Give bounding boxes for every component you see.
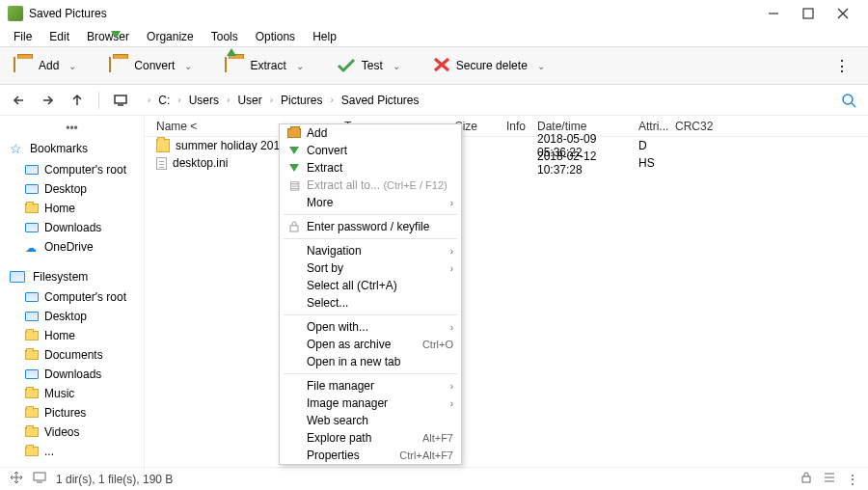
chevron-down-icon: ⌄ — [296, 61, 304, 71]
menu-organize[interactable]: Organize — [139, 28, 202, 45]
sidebar-fs-more[interactable]: ... — [0, 442, 144, 461]
ctx-enter-password[interactable]: Enter password / keyfile — [280, 218, 461, 235]
folder-icon — [156, 139, 170, 152]
ctx-open-as-archive[interactable]: Open as archiveCtrl+O — [280, 336, 461, 353]
ctx-add[interactable]: Add — [280, 124, 461, 142]
col-date[interactable]: Date/time — [531, 120, 633, 133]
add-box-icon — [14, 58, 33, 73]
ctx-extract-all[interactable]: ▤Extract all to... (Ctrl+E / F12) — [280, 177, 461, 194]
drive-icon — [25, 184, 39, 194]
window-title: Saved Pictures — [29, 7, 756, 20]
list-view-icon[interactable] — [824, 472, 835, 486]
monitor-icon[interactable] — [33, 472, 46, 486]
sidebar-fs-downloads[interactable]: Downloads — [0, 365, 144, 384]
drive-icon — [25, 292, 39, 302]
ctx-explore-path[interactable]: Explore pathAlt+F7 — [280, 429, 461, 447]
ctx-select[interactable]: Select... — [280, 294, 461, 312]
ctx-select-all[interactable]: Select all (Ctrl+A) — [280, 277, 461, 294]
col-crc[interactable]: CRC32 — [669, 120, 727, 133]
cloud-icon: ☁ — [25, 241, 39, 253]
ctx-open-with[interactable]: Open with...› — [280, 318, 461, 336]
chevron-right-icon: › — [330, 95, 333, 105]
file-row[interactable]: desktop.ini 2018-02-12 10:37:28 HS — [145, 154, 868, 172]
ctx-convert[interactable]: Convert — [280, 142, 461, 159]
sidebar-fs-home[interactable]: Home — [0, 326, 144, 345]
sidebar-fs-desktop[interactable]: Desktop — [0, 307, 144, 326]
sidebar-filesystem[interactable]: Filesystem — [0, 266, 144, 287]
lock-icon — [285, 221, 303, 232]
sidebar-fs-videos[interactable]: Videos — [0, 422, 144, 442]
sidebar-fs-pictures[interactable]: Pictures — [0, 403, 144, 422]
crumb-pictures[interactable]: Pictures — [281, 94, 322, 107]
sidebar-fs-documents[interactable]: Documents — [0, 345, 144, 365]
col-info[interactable]: Info — [483, 120, 531, 133]
sidebar-item-computers-root[interactable]: Computer's root — [0, 160, 144, 179]
chevron-right-icon: › — [450, 198, 453, 208]
convert-icon — [285, 147, 303, 154]
toolbar-overflow[interactable]: ⋮ — [825, 57, 860, 75]
search-button[interactable] — [837, 89, 860, 112]
test-button[interactable]: Test ⌄ — [331, 54, 406, 77]
ctx-open-new-tab[interactable]: Open in a new tab — [280, 353, 461, 370]
ctx-properties[interactable]: PropertiesCtrl+Alt+F7 — [280, 447, 461, 464]
sidebar-item-downloads[interactable]: Downloads — [0, 218, 144, 237]
chevron-right-icon: › — [450, 322, 453, 333]
svg-point-11 — [843, 95, 853, 104]
ctx-navigation[interactable]: Navigation› — [280, 242, 461, 259]
maximize-button[interactable] — [791, 0, 826, 27]
secure-delete-button[interactable]: Secure delete ⌄ — [427, 53, 551, 79]
folder-icon — [25, 447, 39, 456]
ctx-image-manager[interactable]: Image manager› — [280, 395, 461, 412]
sidebar-bookmarks[interactable]: ☆Bookmarks — [0, 137, 144, 160]
sidebar-fs-computers-root[interactable]: Computer's root — [0, 287, 144, 307]
x-icon — [433, 57, 450, 75]
sidebar-item-desktop[interactable]: Desktop — [0, 179, 144, 199]
more-icon[interactable]: ⋮ — [847, 473, 858, 486]
menu-edit[interactable]: Edit — [41, 28, 77, 45]
chevron-down-icon: ⌄ — [68, 61, 76, 71]
lock-icon[interactable] — [800, 472, 812, 486]
secure-delete-label: Secure delete — [456, 59, 528, 72]
menu-help[interactable]: Help — [305, 28, 344, 45]
menu-browser[interactable]: Browser — [79, 28, 137, 45]
forward-button[interactable] — [37, 89, 60, 112]
sidebar-item-onedrive[interactable]: ☁OneDrive — [0, 237, 144, 257]
minimize-button[interactable] — [756, 0, 791, 27]
crumb-saved-pictures[interactable]: Saved Pictures — [341, 94, 420, 107]
crumb-user[interactable]: User — [237, 94, 261, 107]
extract-icon — [285, 164, 303, 172]
sidebar-fs-music[interactable]: Music — [0, 384, 144, 403]
chevron-right-icon: › — [270, 95, 273, 105]
chevron-right-icon: › — [450, 246, 453, 257]
crumb-users[interactable]: Users — [189, 94, 219, 107]
menu-options[interactable]: Options — [248, 28, 303, 45]
add-box-icon — [285, 128, 303, 138]
add-button[interactable]: Add ⌄ — [8, 54, 82, 77]
computer-button[interactable] — [109, 89, 132, 112]
ctx-web-search[interactable]: Web search — [280, 412, 461, 429]
sidebar-item-home[interactable]: Home — [0, 199, 144, 218]
menu-tools[interactable]: Tools — [203, 28, 246, 45]
ctx-sort-by[interactable]: Sort by› — [280, 259, 461, 277]
up-button[interactable] — [66, 89, 89, 112]
close-button[interactable] — [826, 0, 860, 27]
folder-icon — [25, 331, 39, 340]
move-icon[interactable] — [10, 471, 23, 487]
chevron-right-icon: › — [148, 95, 150, 105]
breadcrumb: › C: › Users › User › Pictures › Saved P… — [148, 94, 419, 107]
extract-button[interactable]: Extract ⌄ — [219, 54, 309, 77]
sidebar-overflow-icon[interactable]: ••• — [0, 120, 144, 137]
convert-button[interactable]: Convert ⌄ — [103, 54, 198, 77]
file-icon — [156, 157, 167, 170]
back-button[interactable] — [8, 89, 31, 112]
crumb-c[interactable]: C: — [158, 94, 170, 107]
col-attr[interactable]: Attri... — [633, 120, 669, 133]
ctx-extract[interactable]: Extract — [280, 159, 461, 177]
folder-icon — [25, 427, 39, 437]
ctx-file-manager[interactable]: File manager› — [280, 377, 461, 395]
chevron-right-icon: › — [177, 95, 180, 105]
ctx-more[interactable]: More› — [280, 194, 461, 211]
file-row[interactable]: summer holiday 2017 2018-05-09 05:36:22 … — [145, 137, 868, 154]
menu-file[interactable]: File — [6, 28, 40, 45]
svg-line-12 — [852, 103, 855, 107]
